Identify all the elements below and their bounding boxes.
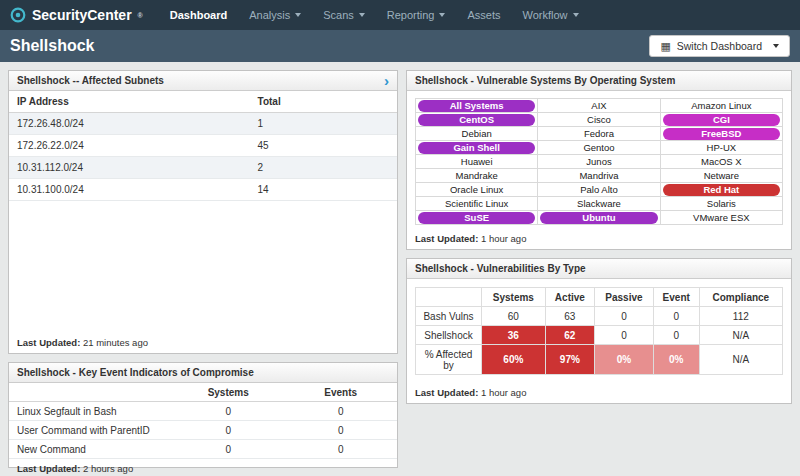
subnet-row[interactable]: 10.31.100.0/2414 [9,179,397,201]
os-cell-freebsd[interactable]: FreeBSD [661,127,783,141]
subnet-row[interactable]: 172.26.22.0/2445 [9,135,397,157]
nav-item-analysis[interactable]: Analysis [238,0,312,30]
os-cell-centos[interactable]: CentOS [416,113,538,127]
vuln-value-cell[interactable]: 62 [545,326,594,345]
vuln-value-cell[interactable]: 0 [595,307,654,326]
os-cell-label: Mandrake [418,170,535,182]
os-cell-debian[interactable]: Debian [416,127,538,141]
vuln-value-cell[interactable]: 0 [653,326,699,345]
vuln-value-cell[interactable]: 60% [482,345,546,375]
os-cell-label: Red Hat [663,184,780,196]
os-matrix-grid: All SystemsAIXAmazon LinuxCentOSCiscoCGI… [415,98,783,225]
os-cell-ubuntu[interactable]: Ubuntu [538,211,660,225]
os-cell-red-hat[interactable]: Red Hat [661,183,783,197]
os-cell-vmware-esx[interactable]: VMware ESX [661,211,783,225]
os-cell-junos[interactable]: Junos [538,155,660,169]
vuln-row: Bash Vulns606300112 [416,307,783,326]
os-cell-label: Amazon Linux [663,100,780,112]
nav-item-assets[interactable]: Assets [456,0,511,30]
col-passive: Passive [595,288,654,307]
vuln-value-cell[interactable]: 60 [482,307,546,326]
ip-address-cell: 10.31.100.0/24 [9,179,250,201]
switch-dashboard-button[interactable]: ▦ Switch Dashboard [649,35,790,57]
os-cell-gentoo[interactable]: Gentoo [538,141,660,155]
total-cell: 45 [250,135,397,157]
os-cell-oracle-linux[interactable]: Oracle Linux [416,183,538,197]
os-cell-label: Gain Shell [418,142,535,154]
os-cell-label: Palo Alto [540,184,657,196]
os-cell-macos-x[interactable]: MacOS X [661,155,783,169]
os-cell-netware[interactable]: Netware [661,169,783,183]
os-cell-label: Junos [540,156,657,168]
vuln-table-wrap: Systems Active Passive Event Compliance … [407,279,791,383]
nav-item-label: Dashboard [170,0,227,30]
last-updated: Last Updated: 21 minutes ago [9,333,397,353]
os-cell-fedora[interactable]: Fedora [538,127,660,141]
os-cell-huawei[interactable]: Huawei [416,155,538,169]
panel-header: Shellshock - Key Event Indicators of Com… [9,363,397,383]
chevron-right-icon[interactable]: › [384,76,389,85]
os-cell-label: MacOS X [663,156,780,168]
vuln-value-cell[interactable]: 0 [595,326,654,345]
value-cell: 0 [284,402,397,421]
app-brand[interactable]: SecurityCenter® [10,7,143,23]
vuln-value-cell[interactable]: 0% [595,345,654,375]
os-cell-label: Huawei [418,156,535,168]
subnet-row[interactable]: 172.26.48.0/241 [9,113,397,135]
vuln-value-cell[interactable]: 112 [699,307,782,326]
vuln-value-cell[interactable]: 0% [653,345,699,375]
os-cell-all-systems[interactable]: All Systems [416,99,538,113]
affected-subnets-table: IP Address Total 172.26.48.0/241172.26.2… [9,91,397,201]
col-event: Event [653,288,699,307]
os-cell-cisco[interactable]: Cisco [538,113,660,127]
panel-header: Shellshock - Vulnerable Systems By Opera… [407,71,791,91]
nav-item-dashboard[interactable]: Dashboard [159,0,238,30]
vuln-value-cell[interactable]: 63 [545,307,594,326]
caret-down-icon [573,13,579,17]
nav-item-scans[interactable]: Scans [312,0,376,30]
col-compliance: Compliance [699,288,782,307]
page-title: Shellshock [10,37,94,55]
left-column: Shellshock -- Affected Subnets › IP Addr… [8,70,398,468]
event-label: New Command [9,440,172,459]
os-cell-label: CentOS [418,114,535,126]
os-cell-palo-alto[interactable]: Palo Alto [538,183,660,197]
os-cell-label: Netware [663,170,780,182]
os-cell-label: Mandriva [540,170,657,182]
os-cell-scientific-linux[interactable]: Scientific Linux [416,197,538,211]
os-cell-amazon-linux[interactable]: Amazon Linux [661,99,783,113]
vuln-value-cell[interactable]: 36 [482,326,546,345]
os-cell-label: Ubuntu [540,212,657,224]
nav-item-reporting[interactable]: Reporting [376,0,457,30]
os-cell-hp-ux[interactable]: HP-UX [661,141,783,155]
os-cell-gain-shell[interactable]: Gain Shell [416,141,538,155]
os-cell-cgi[interactable]: CGI [661,113,783,127]
vuln-value-cell[interactable]: N/A [699,345,782,375]
col-events: Events [284,383,397,402]
value-cell: 0 [284,440,397,459]
vuln-value-cell[interactable]: 0 [653,307,699,326]
vuln-row-label: Bash Vulns [416,307,482,326]
panel-vulnerabilities-by-type: Shellshock - Vulnerabilities By Type Sys… [406,258,792,404]
vuln-value-cell[interactable]: 97% [545,345,594,375]
panel-header: Shellshock -- Affected Subnets › [9,71,397,91]
panel-title: Shellshock - Vulnerable Systems By Opera… [415,75,675,86]
os-cell-label: Cisco [540,114,657,126]
caret-down-icon [439,13,445,17]
nav-item-workflow[interactable]: Workflow [512,0,590,30]
os-cell-mandriva[interactable]: Mandriva [538,169,660,183]
os-cell-suse[interactable]: SuSE [416,211,538,225]
caret-down-icon [773,44,779,48]
os-cell-label: Debian [418,128,535,140]
panel-header: Shellshock - Vulnerabilities By Type [407,259,791,279]
os-cell-slackware[interactable]: Slackware [538,197,660,211]
os-cell-solaris[interactable]: Solaris [661,197,783,211]
os-cell-aix[interactable]: AIX [538,99,660,113]
vuln-value-cell[interactable]: N/A [699,326,782,345]
os-cell-mandrake[interactable]: Mandrake [416,169,538,183]
event-label: Linux Segfault in Bash [9,402,172,421]
subnet-row[interactable]: 10.31.112.0/242 [9,157,397,179]
os-cell-label: All Systems [418,100,535,112]
panel-vulnerable-systems-by-os: Shellshock - Vulnerable Systems By Opera… [406,70,792,250]
os-cell-label: Scientific Linux [418,198,535,210]
